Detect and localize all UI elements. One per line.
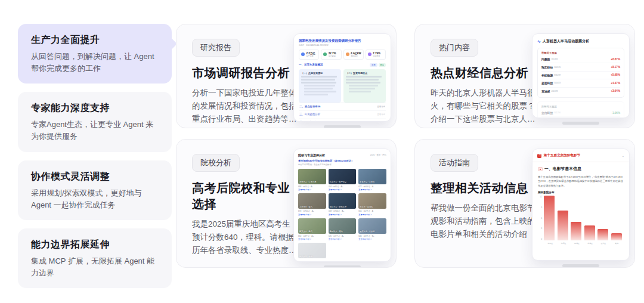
cinema-distribution-chart: 12 9 6 3 0 xyxy=(538,196,624,245)
film-header-title: 第十五届北京国际电影节 xyxy=(544,153,620,158)
report-preview: 国家电投发展情况及投资趋势调研分析报告 GJDT · 2024 ANNUAL R… xyxy=(293,33,391,122)
feature-showcase: 生产力全面提升 从回答问题，到解决问题，让 Agent 帮你完成更多的工作 专家… xyxy=(0,0,644,303)
stat-dot-icon xyxy=(368,52,371,56)
stocks-title: 人形机器人半马活动股票分析 xyxy=(543,39,589,44)
card-badge: 院校分析 xyxy=(192,154,240,172)
sidebar-item-title: 专家能力深度支持 xyxy=(31,102,160,115)
stocks-preview: ∿ 人形机器人半马活动股票分析 涨幅前五股票 问菱德301456 +8.87% … xyxy=(532,33,630,118)
report-stat-cards: 2.3万亿资产总额 32.7%清洁能源 2.4亿kW装机容量 7.79 xyxy=(299,50,386,60)
uni-card: 复旦大学 · 计算机 672 · 前600名 · A 查看录取分析 > xyxy=(358,169,386,191)
chart-x-labels: 朝阳区 海淀区 西城区 东城区 通州区 其他 xyxy=(545,242,622,245)
report-title: 国家电投发展情况及投资趋势调研分析报告 xyxy=(299,39,386,43)
campus-photo: 上海交大 · 电气 xyxy=(298,193,326,209)
sidebar-item-desc: 集成 MCP 扩展，无限拓展 Agent 能力边界 xyxy=(31,255,160,279)
tag-data: 数据 xyxy=(379,63,386,67)
film-app-icon xyxy=(537,154,541,158)
calendar-icon xyxy=(538,167,543,172)
campus-photo: 四川大学 · 软件 xyxy=(298,243,326,258)
uni-card: 西安交大 · 电气 650 · 前3千名 · A+ 查看录取分析 > xyxy=(298,218,326,241)
card-desc: 分析一下国家电投近几年整体的发展情况和投资情况，包括重点行业布局、出资趋势等… xyxy=(192,86,301,126)
stock-row: 蓝思科技300433 +4.47% xyxy=(541,79,620,87)
thumbnail-film-festival: 第十五届北京国际电影节 ⌄ 一、电影节基本信息 第十五届北京国际电影节于4月18… xyxy=(532,149,630,267)
sidebar-item-collaboration[interactable]: 协作模式灵活调整 采用规划/探索双模式，更好地与 Agent 一起协作完成任务 xyxy=(18,160,172,220)
card-badge: 热门内容 xyxy=(431,39,478,57)
universities-preview: 院校与专业选择分析 2025 · 重庆 · 理科 重庆理科640分可报考院校推荐… xyxy=(293,149,391,262)
campus-photo: 哈工大 · 自动化 xyxy=(358,193,386,209)
sidebar-item-mcp[interactable]: 能力边界拓展延伸 集成 MCP 扩展，无限拓展 Agent 能力边界 xyxy=(18,228,172,288)
thumbnail-universities: 院校与专业选择分析 2025 · 重庆 · 理科 重庆理科640分可报考院校推荐… xyxy=(293,149,391,268)
chart-bar xyxy=(571,222,581,240)
stat-card: 2.3万亿资产总额 xyxy=(299,50,319,60)
stock-row: 长虹能源836239 +5.98% xyxy=(541,72,620,79)
card-title: 整理相关活动信息 xyxy=(431,180,539,196)
uni-card: 浙江大学 · 软件工程 668 · 前900名 · A+ 查看录取分析 > xyxy=(329,193,357,216)
uni-summary-line: 重庆理科640分可报考院校推荐（含985/211对比） xyxy=(298,159,386,162)
device-handle xyxy=(324,125,361,128)
device-handle xyxy=(562,122,599,125)
stat-card: 7.79%营收增速 xyxy=(366,50,386,60)
uni-card: 重庆大学 · 计算机 640 · 前8千名 · B+ 查看录取分析 > xyxy=(358,218,386,241)
film-chart-label: 展映影院分布 xyxy=(538,191,624,194)
uni-grid: 清华大学 · 计算机类 688 · 前50名 · A+ 查看录取分析 > 北京大… xyxy=(298,169,386,259)
film-section-title: 一、电影节基本信息 xyxy=(544,166,581,172)
card-university-analysis[interactable]: 院校分析 高考后院校和专业选择 我是2025届重庆地区高考生，预计分数640，理… xyxy=(176,139,397,268)
card-research-report[interactable]: 研究报告 市场调研报告分析 分析一下国家电投近几年整体的发展情况和投资情况，包括… xyxy=(176,24,397,128)
card-text: 活动指南 整理相关活动信息 帮我做一份全面的北京电影节观影和活动指南，包含上映的… xyxy=(431,152,539,258)
uni-card: 北京大学 · 电子信息 684 · 前80名 · A+ 查看录取分析 > xyxy=(329,169,357,191)
uni-report-meta: 2025 · 重庆 · 理科 xyxy=(370,154,386,156)
card-text: 院校分析 高考后院校和专业选择 我是2025届重庆地区高考生，预计分数640，理… xyxy=(192,152,301,258)
sidebar-item-productivity[interactable]: 生产力全面提升 从回答问题，到解决问题，让 Agent 帮你完成更多的工作 xyxy=(18,24,172,84)
device-handle xyxy=(324,265,361,268)
chevron-down-icon: ⌄ xyxy=(622,154,624,157)
card-title: 高考后院校和专业选择 xyxy=(192,180,301,212)
chart-bar xyxy=(558,211,568,240)
report-toc-row: 四、风险与展望 查看详情 xyxy=(299,118,386,122)
campus-photo: 西安交大 · 电气 xyxy=(298,218,326,234)
campus-photo: 重庆大学 · 计算机 xyxy=(358,218,386,234)
stock-row: 采川智造688122 -1.77% xyxy=(541,117,620,118)
card-badge: 研究报告 xyxy=(192,39,240,57)
stock-row: 克迪威430198 +3.64% xyxy=(541,88,620,95)
sidebar-item-desc: 专家Agent生态，让更专业 Agent 来为你提供服务 xyxy=(31,119,160,143)
gainers-label: 涨幅前五股票 xyxy=(541,51,620,54)
summary-box-green: （二）投资布局特点 xyxy=(343,69,386,103)
device-handle xyxy=(562,264,599,267)
chart-bars: 朝阳区 海淀区 西城区 东城区 通州区 其他 xyxy=(543,196,624,245)
stock-row: 问菱德301456 +8.87% xyxy=(541,55,620,63)
uni-report-title: 院校与专业选择分析 xyxy=(298,153,325,157)
stocks-panel: 涨幅前五股票 问菱德301456 +8.87% 翔宏科技300576 +8.17… xyxy=(537,48,624,98)
report-subtitle: GJDT · 2024 ANNUAL REVIEW xyxy=(299,44,386,47)
report-summary-boxes: （一）总体发展情况 （二）投资布局特点 xyxy=(299,69,386,103)
card-hot-finance[interactable]: 热门内容 热点财经信息分析 昨天的北京人形机器人半马很火，有哪些与它相关的股票？… xyxy=(414,24,635,128)
card-text: 热门内容 热点财经信息分析 昨天的北京人形机器人半马很火，有哪些与它相关的股票？… xyxy=(431,36,539,118)
report-section-title: 一、近五年发展概况 xyxy=(299,63,323,66)
showcase-grid: 研究报告 市场调研报告分析 分析一下国家电投近几年整体的发展情况和投资情况，包括… xyxy=(176,24,635,268)
chart-bar xyxy=(611,233,622,241)
uni-card: 上海交大 · 电气 670 · 前700名 · A+ 查看录取分析 > xyxy=(298,193,326,216)
uni-summary-subline: 综合历年录取线 · 专业热度与就业数据 xyxy=(298,163,386,166)
report-section-row: 一、近五年发展概况 图表 数据 xyxy=(299,63,386,67)
stat-dot-icon xyxy=(301,52,305,56)
card-badge: 活动指南 xyxy=(431,154,478,172)
sidebar-item-expert[interactable]: 专家能力深度支持 专家Agent生态，让更专业 Agent 来为你提供服务 xyxy=(18,92,172,152)
chart-bar xyxy=(597,229,608,240)
chart-bar xyxy=(584,225,595,240)
stock-row: 全自科技301256 -1.96% xyxy=(541,109,620,117)
tag-chart: 图表 xyxy=(370,63,377,67)
card-desc: 帮我做一份全面的北京电影节观影和活动指南，包含上映的电影片单和相关的活动介绍 xyxy=(431,202,539,241)
card-activity-guide[interactable]: 活动指南 整理相关活动信息 帮我做一份全面的北京电影节观影和活动指南，包含上映的… xyxy=(414,139,635,268)
sidebar-item-desc: 采用规划/探索双模式，更好地与 Agent 一起协作完成任务 xyxy=(31,187,160,211)
stat-card: 2.4亿kW装机容量 xyxy=(343,50,364,60)
report-toc-row: 二、重点行业布局 查看详情 xyxy=(299,103,386,110)
uni-card: 清华大学 · 计算机类 688 · 前50名 · A+ 查看录取分析 > xyxy=(298,169,326,191)
active-arrow-tip xyxy=(165,38,177,50)
card-text: 研究报告 市场调研报告分析 分析一下国家电投近几年整体的发展情况和投资情况，包括… xyxy=(192,36,301,118)
chart-y-axis: 12 9 6 3 0 xyxy=(538,196,543,245)
feature-sidebar: 生产力全面提升 从回答问题，到解决问题，让 Agent 帮你完成更多的工作 专家… xyxy=(18,24,172,288)
thumbnail-stocks: ∿ 人形机器人半马活动股票分析 涨幅前五股票 问菱德301456 +8.87% … xyxy=(532,33,630,125)
campus-photo: 清华大学 · 计算机类 xyxy=(298,169,326,184)
campus-photo: 北京大学 · 电子信息 xyxy=(329,169,357,184)
campus-photo: 浙江大学 · 软件工程 xyxy=(329,193,357,209)
summary-box-blue: （一）总体发展情况 xyxy=(299,69,341,103)
report-toc-row: 三、出资趋势分析 查看详情 xyxy=(299,110,386,118)
